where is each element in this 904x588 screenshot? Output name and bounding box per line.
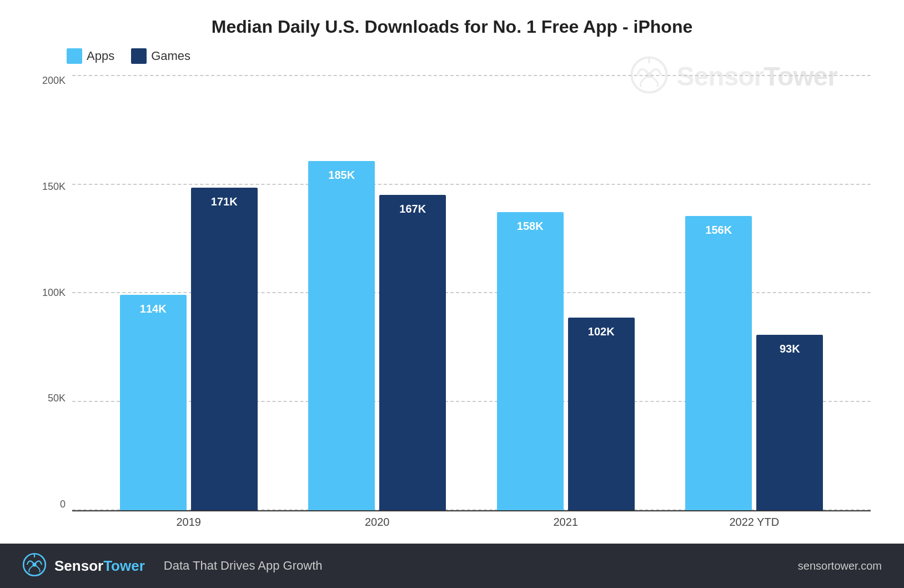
apps-bar-wrapper-1: 185K bbox=[308, 161, 375, 510]
games-bar-wrapper-1: 167K bbox=[379, 195, 446, 510]
footer-tower: Tower bbox=[103, 557, 145, 574]
bar-group-2020: 185K167K bbox=[308, 161, 446, 510]
apps-bar-label-3: 156K bbox=[705, 224, 732, 237]
apps-bar-1: 185K bbox=[308, 161, 375, 510]
x-label-0: 2019 bbox=[117, 516, 261, 529]
x-label-2: 2021 bbox=[494, 516, 638, 529]
bar-group-2022-YTD: 156K93K bbox=[685, 216, 823, 510]
footer-tagline: Data That Drives App Growth bbox=[164, 559, 323, 573]
apps-bar-0: 114K bbox=[120, 295, 187, 510]
legend-games-color bbox=[131, 48, 147, 64]
y-label-50k: 50K bbox=[48, 393, 66, 404]
chart-container: Median Daily U.S. Downloads for No. 1 Fr… bbox=[0, 0, 904, 544]
x-axis: 2019202020212022 YTD bbox=[72, 510, 871, 532]
bars-area: 114K171K185K167K158K102K156K93K bbox=[72, 75, 871, 510]
legend-apps-label: Apps bbox=[87, 49, 114, 63]
footer-icon bbox=[22, 552, 47, 579]
apps-bar-label-2: 158K bbox=[517, 220, 544, 233]
games-bar-3: 93K bbox=[756, 335, 823, 510]
apps-bar-3: 156K bbox=[685, 216, 752, 510]
apps-bar-wrapper-0: 114K bbox=[120, 295, 187, 510]
apps-bar-label-0: 114K bbox=[140, 303, 167, 315]
games-bar-1: 167K bbox=[379, 195, 446, 510]
games-bar-wrapper-2: 102K bbox=[568, 318, 635, 510]
bar-group-2019: 114K171K bbox=[120, 188, 258, 510]
footer-brand-name: SensorTower bbox=[54, 557, 145, 575]
games-bar-label-0: 171K bbox=[211, 195, 238, 208]
x-label-1: 2020 bbox=[305, 516, 449, 529]
apps-bar-2: 158K bbox=[497, 212, 564, 510]
y-label-150k: 150K bbox=[42, 181, 66, 193]
games-bar-label-3: 93K bbox=[780, 343, 800, 355]
legend-games-label: Games bbox=[151, 49, 190, 63]
apps-bar-label-1: 185K bbox=[328, 169, 355, 182]
games-bar-wrapper-3: 93K bbox=[756, 335, 823, 510]
games-bar-label-2: 102K bbox=[588, 325, 615, 338]
games-bar-wrapper-0: 171K bbox=[191, 188, 258, 510]
footer-sensor: Sensor bbox=[54, 557, 103, 574]
chart-title: Median Daily U.S. Downloads for No. 1 Fr… bbox=[33, 17, 871, 37]
games-bar-label-1: 167K bbox=[399, 203, 426, 215]
footer: SensorTower Data That Drives App Growth … bbox=[0, 544, 904, 588]
y-label-200k: 200K bbox=[42, 75, 66, 87]
apps-bar-wrapper-2: 158K bbox=[497, 212, 564, 510]
games-bar-2: 102K bbox=[568, 318, 635, 510]
legend-apps: Apps bbox=[67, 48, 114, 64]
games-bar-0: 171K bbox=[191, 188, 258, 510]
chart-area: 200K 150K 100K 50K 0 114K171K185K167K158… bbox=[33, 75, 871, 532]
footer-brand: SensorTower Data That Drives App Growth bbox=[22, 552, 323, 579]
y-axis: 200K 150K 100K 50K 0 bbox=[33, 75, 72, 532]
apps-bar-wrapper-3: 156K bbox=[685, 216, 752, 510]
y-label-100k: 100K bbox=[42, 287, 66, 299]
legend-apps-color bbox=[67, 48, 82, 64]
footer-url: sensortower.com bbox=[798, 560, 882, 572]
chart-plot: 114K171K185K167K158K102K156K93K 20192020… bbox=[72, 75, 871, 532]
y-label-0: 0 bbox=[60, 499, 66, 510]
bar-group-2021: 158K102K bbox=[497, 212, 635, 510]
legend-games: Games bbox=[131, 48, 190, 64]
x-label-3: 2022 YTD bbox=[682, 516, 826, 529]
